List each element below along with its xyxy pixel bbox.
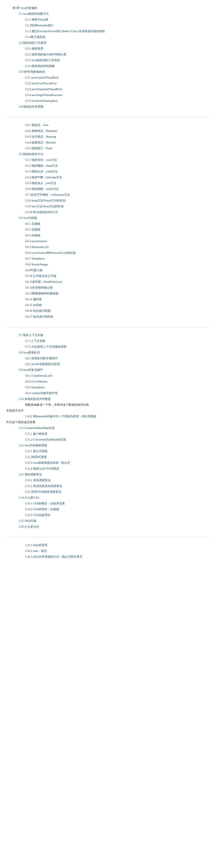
toc-link[interactable]: 3.5 线程的基本方法 <box>19 153 44 156</box>
toc-link[interactable]: 3.16.3 AQS共享资源的方式：独占式和共享式 <box>25 555 82 558</box>
toc-link[interactable]: 3.6.14 偏向锁 <box>25 298 42 301</box>
toc-link[interactable]: 3.8.2 Java中的阻塞队列实现 <box>25 363 60 366</box>
toc-link[interactable]: 3.7.1上下文切换 <box>25 339 45 342</box>
toc-link[interactable]: 3.11 ConcurrentHashMap并发 <box>19 427 55 430</box>
toc-link[interactable]: 3.6.7 Semaphore <box>25 257 45 260</box>
toc-link[interactable]: 3.4.5 线程死亡：Dead <box>25 147 52 150</box>
toc-link[interactable]: 3.4.1 新状态：New <box>25 124 49 127</box>
toc-link[interactable]: 3.1.4基于线程池 <box>25 35 45 38</box>
toc-link[interactable]: 3.6.10 公平锁与非公平锁 <box>25 275 56 278</box>
toc-link[interactable]: 3.6.12共享锁和独占锁 <box>25 286 53 289</box>
toc-link[interactable]: 3.6 Java中的锁 <box>19 216 37 220</box>
toc-link[interactable]: 3.13.3时间片的轮转调度算法 <box>25 490 61 493</box>
toc-link[interactable]: 3.13.1 优先调度算法 <box>25 479 51 482</box>
list-item: 3.13 进程调度算法 <box>19 472 209 477</box>
toc-link[interactable]: 3.3.2 newFixedThreadPool <box>25 82 56 85</box>
toc-link[interactable]: 3.6.8 AtomicInteger <box>25 263 48 266</box>
toc-link[interactable]: 3.5.7后台守护线程：setDaemon方法 <box>25 193 70 196</box>
toc-link[interactable]: 3.4.2 就绪状态：Runnable <box>25 129 57 132</box>
list-item: 3.13.1 优先调度算法 <box>25 477 209 483</box>
list-item: 3.6.10 公平锁与非公平锁 <box>25 273 209 279</box>
toc-link[interactable]: 3.5.8 sleep方法与wait方法的区别 <box>25 199 65 202</box>
toc-link[interactable]: 3.6.13重量级锁和轻量级锁 <box>25 292 58 295</box>
toc-link[interactable]: 3.6.1 乐观锁 <box>25 222 40 225</box>
toc-link[interactable]: 3.5.2 线程睡眠：sleep方法 <box>25 164 58 167</box>
toc-link[interactable]: 3.1 Java线程的创建方式 <box>19 12 49 16</box>
toc-link[interactable]: 3.6.11读写锁：ReadWriteLock <box>25 280 62 283</box>
toc-link[interactable]: 3.2.2 线程池的核心组件和核心类 <box>25 53 66 56</box>
toc-link[interactable]: 3.6.17 如何进行锁优化 <box>25 315 53 318</box>
toc-link[interactable]: 3.12.4 线程让出CPU的情况 <box>25 467 59 470</box>
toc-link[interactable]: 3.6.15 分段锁 <box>25 304 42 307</box>
toc-link[interactable]: 3.14 什么是CAS <box>19 496 39 499</box>
toc-link[interactable]: 3.5.9 start方法与run方法的区别 <box>25 205 63 208</box>
list-item: 3.1.3 通过ExecutorService和Callable<Class>实… <box>25 28 209 34</box>
toc-link[interactable]: 3.15 ABA问题 <box>19 519 36 522</box>
toc-link[interactable]: 3.13 进程调度算法 <box>19 473 42 476</box>
toc-link[interactable]: 3.4.3 运行状态：Running <box>25 135 56 138</box>
toc-link[interactable]: 3.9.4 volatile关键字的作用 <box>25 392 58 395</box>
toc-link[interactable]: 3.3.1 newCachedThreadPool <box>25 76 59 79</box>
list-item: 3.2.3 Java线程池的工作流程 <box>25 57 209 63</box>
toc-link[interactable]: 3.1.1 继承Thread类 <box>25 18 48 21</box>
toc-link[interactable]: 3.5.5 线程加入：join方法 <box>25 182 56 185</box>
list-item: 3.4.2 就绪状态：Runnable <box>25 128 209 134</box>
toc-link[interactable]: 3.7.2 引起线程上下文切换的原因 <box>25 345 66 348</box>
toc-link[interactable]: 3.6.5 ReentrantLock <box>25 245 49 249</box>
toc-link[interactable]: 3.5.10 终止线程的4种方式 <box>25 211 58 214</box>
toc-link[interactable]: 3.5.6 线程唤醒：notify方法 <box>25 187 59 190</box>
toc-link[interactable]: 3.4 线程的生命周期 <box>19 105 44 108</box>
toc-link[interactable]: 3.13.2 高优先权优先调度算法 <box>25 485 62 488</box>
toc-link[interactable]: 3.10.2 将Runnable对象作为一个类的内部类，将共享数据 <box>25 415 97 418</box>
toc-link[interactable]: 3.2.3 Java线程池的工作流程 <box>25 59 60 62</box>
toc-link[interactable]: 3.6.4 synchronized <box>25 240 47 243</box>
toc-link[interactable]: 3.3.3 newScheduledThreadPool <box>25 88 62 91</box>
toc-link[interactable]: 3.5.3 线程让步：yield方法 <box>25 170 58 173</box>
toc-link[interactable]: 3.8.1 阻塞队列的主要操作 <box>25 357 58 360</box>
list-item: 3.16.3 AQS共享资源的方式：独占式和共享式 <box>25 554 209 560</box>
toc-link[interactable]: 3.12.1 抢占式调度 <box>25 450 48 453</box>
toc-link[interactable]: 3.14.1 CAS的概念：比较并交换 <box>25 502 65 505</box>
section-divider <box>6 117 209 117</box>
toc-link[interactable]: 3.6.9可重入锁 <box>25 269 43 272</box>
toc-link[interactable]: 3.16.1 AQS的原理 <box>25 544 47 547</box>
toc-link[interactable]: 3.9.3 Semaphore <box>25 386 45 389</box>
toc-link[interactable]: 3.6.2 悲观锁 <box>25 228 40 231</box>
toc-link[interactable]: 3.5.1 线程等待：wait方法 <box>25 158 57 161</box>
list-item: 3.3.4 newSingleThreadExecutor <box>25 92 209 98</box>
toc-link[interactable]: 3.11.2 ConcurrentHashMap的实现 <box>25 438 66 441</box>
list-item: 3.7.2 引起线程上下文切换的原因 <box>25 344 209 350</box>
toc-link[interactable]: 3.6.6 synchronized和ReentrantLock的比较 <box>25 251 76 254</box>
toc-link[interactable]: 第3章 Java并发编程 <box>12 6 37 9</box>
list-item: 3.6 Java中的锁 <box>19 215 209 221</box>
toc-link[interactable]: 3.9.1 CountDownLatch <box>25 374 52 377</box>
toc-link[interactable]: 3.10 多线程如何共享数据 <box>19 397 51 401</box>
toc-link[interactable]: 3.12.3 Java线程调度的实现：抢占式 <box>25 461 70 464</box>
toc-link[interactable]: 3.1.3 通过ExecutorService和Callable<Class>实… <box>25 30 105 33</box>
toc-link[interactable]: 3.2.4 线程池的拒绝策略 <box>25 64 55 68</box>
toc-link[interactable]: 3.2.1 线程复用 <box>25 47 43 50</box>
toc-link[interactable]: 3.12 Java中的线程调度 <box>19 444 47 447</box>
toc-link[interactable]: 3.5.4 线程中断：interrupt方法 <box>25 176 62 179</box>
toc-link[interactable]: 3.9 Java并发关键字 <box>19 368 43 372</box>
toc-link[interactable]: 3.3.5 newWorkStealingPool <box>25 99 57 102</box>
toc-link[interactable]: 3.16 什么是AQS <box>19 525 39 528</box>
toc-link[interactable]: 3.16.2 state：状态 <box>25 549 47 553</box>
toc-link[interactable]: 3.8 Java阻塞队列 <box>19 351 40 354</box>
list-item: 3.6.7 Semaphore <box>25 256 209 261</box>
list-item: 3.12 Java中的线程调度 <box>19 443 209 448</box>
toc-link[interactable]: 3.12.2协同式调度 <box>25 456 47 459</box>
toc-link[interactable]: 3.2 线程池的工作原理 <box>19 41 46 44</box>
toc-link[interactable]: 3.11.1 减小锁粒度 <box>25 432 47 435</box>
toc-link[interactable]: 3.1.2实现Runnable接口 <box>25 24 54 27</box>
toc-link[interactable]: 3.6.16 同步锁与死锁 <box>25 309 51 312</box>
toc-link[interactable]: 3.4.4 阻塞状态：Blocked <box>25 141 56 144</box>
toc-link[interactable]: 3.6.3 自旋锁 <box>25 234 40 237</box>
toc-link[interactable]: 3.14.3 CAS自旋等待 <box>25 514 50 517</box>
toc-link[interactable]: 3.3.4 newSingleThreadExecutor <box>25 93 62 97</box>
list-item: 3.7.1上下文切换 <box>25 338 209 344</box>
toc-link[interactable]: 3.3 5种常用的线程池 <box>19 70 45 73</box>
toc-link[interactable]: 3.14.2 CAS的特性：乐观锁 <box>25 508 59 511</box>
toc-link[interactable]: 3.7 线程上下文切换 <box>19 334 44 337</box>
toc-link[interactable]: 3.9.2 CyclicBarrier <box>25 380 47 383</box>
